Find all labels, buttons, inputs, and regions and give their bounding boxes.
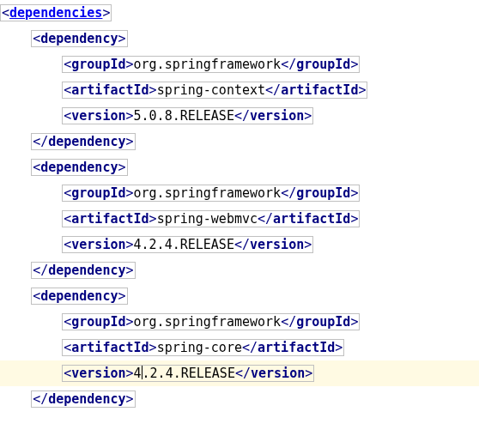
xml-line: <artifactId>spring-core</artifactId> xyxy=(0,335,479,360)
value-version: 5.0.8.RELEASE xyxy=(134,108,234,124)
xml-line: </dependency> xyxy=(0,129,479,154)
xml-line: <artifactId>spring-webmvc</artifactId> xyxy=(0,206,479,232)
xml-line: <version>4.2.4.RELEASE</version> xyxy=(0,232,479,257)
xml-line: <groupId>org.springframework</groupId> xyxy=(0,309,479,335)
value-version-after-cursor: .2.4.RELEASE xyxy=(142,366,235,381)
value-version-before-cursor: 4 xyxy=(134,366,142,381)
xml-line: <version>5.0.8.RELEASE</version> xyxy=(0,103,479,129)
tag-dependencies-open: dependencies xyxy=(9,5,102,21)
text-cursor xyxy=(142,366,142,379)
tag-groupid: groupId xyxy=(71,314,125,330)
xml-line-current: <version>4.2.4.RELEASE</version> xyxy=(0,360,479,386)
tag-version: version xyxy=(71,237,125,252)
xml-line: <artifactId>spring-context</artifactId> xyxy=(0,77,479,103)
xml-line-empty xyxy=(0,438,479,448)
value-artifactid: spring-webmvc xyxy=(157,211,258,227)
tag-version: version xyxy=(71,108,125,124)
xml-line: <dependency> xyxy=(0,26,479,51)
tag-artifactid: artifactId xyxy=(71,82,149,98)
tag-dependency-close: dependency xyxy=(48,263,125,278)
tag-version: version xyxy=(71,366,125,381)
xml-line: <groupId>org.springframework</groupId> xyxy=(0,180,479,206)
tag-artifactid: artifactId xyxy=(71,211,149,227)
tag-dependency-open: dependency xyxy=(40,288,118,304)
value-artifactid: spring-core xyxy=(157,340,242,355)
tag-groupid: groupId xyxy=(71,185,125,201)
tag-dependency-close: dependency xyxy=(48,391,125,407)
tag-dependency-open: dependency xyxy=(40,31,118,46)
value-groupid: org.springframework xyxy=(134,185,282,201)
value-groupid: org.springframework xyxy=(134,314,282,330)
xml-line: </dependency> xyxy=(0,257,479,283)
tag-groupid: groupId xyxy=(71,57,125,72)
value-groupid: org.springframework xyxy=(134,57,282,72)
xml-line-empty xyxy=(0,412,479,438)
xml-line: <dependency> xyxy=(0,154,479,180)
xml-line: </dependency> xyxy=(0,386,479,412)
tag-dependency-open: dependency xyxy=(40,160,118,175)
xml-line: <dependency> xyxy=(0,283,479,309)
value-artifactid: spring-context xyxy=(157,82,265,98)
code-editor[interactable]: <dependencies> <dependency> <groupId>org… xyxy=(0,0,479,448)
xml-line: <dependencies> xyxy=(0,0,479,26)
value-version: 4.2.4.RELEASE xyxy=(134,237,234,252)
tag-dependency-close: dependency xyxy=(48,134,125,149)
tag-artifactid: artifactId xyxy=(71,340,149,355)
xml-line: <groupId>org.springframework</groupId> xyxy=(0,51,479,77)
